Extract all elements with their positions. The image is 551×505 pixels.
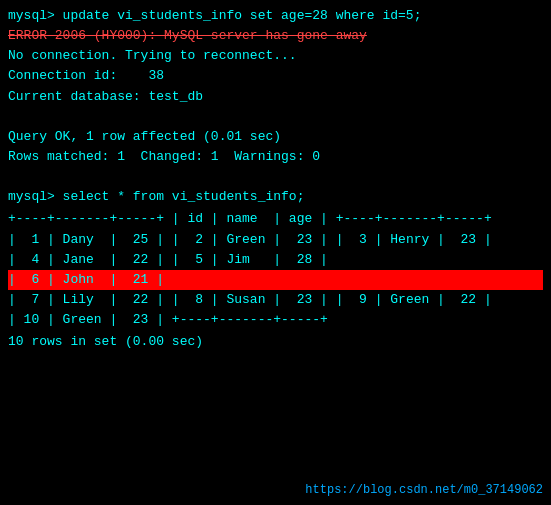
footer-line: 10 rows in set (0.00 sec) (8, 332, 543, 352)
table-row: | 7 | Lily | 22 | (8, 292, 164, 307)
table-header: | id | name | age | (172, 211, 328, 226)
table-row: | 4 | Jane | 22 | (8, 252, 164, 267)
results-table: +----+-------+-----+ | id | name | age |… (8, 209, 543, 330)
watermark: https://blog.csdn.net/m0_37149062 (305, 483, 543, 497)
line-1: mysql> update vi_students_info set age=2… (8, 6, 543, 26)
line-7: Rows matched: 1 Changed: 1 Warnings: 0 (8, 147, 543, 167)
line-2: ERROR 2006 (HY000): MySQL server has gon… (8, 26, 543, 46)
table-row: | 3 | Henry | 23 | (336, 232, 492, 247)
line-blank2 (8, 167, 543, 187)
line-3: No connection. Trying to reconnect... (8, 46, 543, 66)
line-8: mysql> select * from vi_students_info; (8, 187, 543, 207)
table-row: | 5 | Jim | 28 | (172, 252, 328, 267)
line-5: Current database: test_db (8, 87, 543, 107)
table-header-border: +----+-------+-----+ (336, 211, 492, 226)
table-row: | 1 | Dany | 25 | (8, 232, 164, 247)
table-bottom-border: +----+-------+-----+ (172, 312, 328, 327)
line-4: Connection id: 38 (8, 66, 543, 86)
table-top-border: +----+-------+-----+ (8, 211, 164, 226)
table-row: | 8 | Susan | 23 | (172, 292, 328, 307)
table-row: | 10 | Green | 23 | (8, 312, 164, 327)
table-row-highlighted: | 6 | John | 21 | (8, 270, 543, 290)
table-row: | 9 | Green | 22 | (336, 292, 492, 307)
table-row: | 2 | Green | 23 | (172, 232, 328, 247)
line-6: Query OK, 1 row affected (0.01 sec) (8, 127, 543, 147)
terminal: mysql> update vi_students_info set age=2… (0, 0, 551, 358)
line-blank1 (8, 107, 543, 127)
